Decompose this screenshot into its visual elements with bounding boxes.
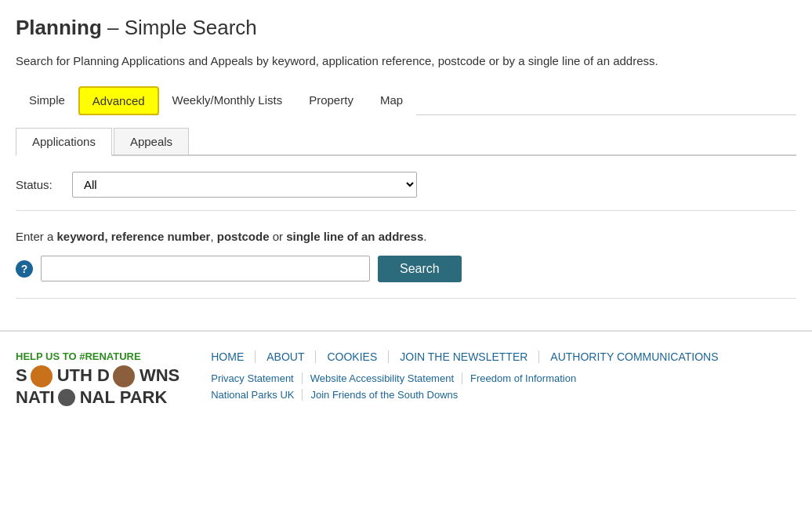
logo-wns: WNS <box>140 365 179 386</box>
search-instruction: Enter a keyword, reference number, postc… <box>16 223 796 243</box>
divider <box>16 210 796 211</box>
status-select[interactable]: All Pending Consideration Decided Withdr… <box>72 172 417 198</box>
subtitle: Search for Planning Applications and App… <box>16 53 796 71</box>
tab-simple[interactable]: Simple <box>16 86 78 115</box>
logo-uth-downs: UTH D <box>57 365 110 386</box>
footer: HELP US TO #RENATURE S UTH D WNS NATI NA… <box>0 330 812 427</box>
footer-foi[interactable]: Freedom of Information <box>462 372 584 384</box>
footer-nav: HOME ABOUT COOKIES JOIN THE NEWSLETTER A… <box>211 350 796 363</box>
tab-property[interactable]: Property <box>295 86 367 115</box>
tab-weekly[interactable]: Weekly/Monthly Lists <box>159 86 296 115</box>
tab-map[interactable]: Map <box>367 86 416 115</box>
page-wrapper: Planning – Simple Search Search for Plan… <box>0 0 812 427</box>
subtab-applications[interactable]: Applications <box>16 128 112 156</box>
footer-sub-row-1: Privacy Statement Website Accessibility … <box>211 372 796 384</box>
footer-nav-newsletter[interactable]: JOIN THE NEWSLETTER <box>389 350 539 363</box>
footer-nav-cookies[interactable]: COOKIES <box>316 350 389 363</box>
footer-sub-row-2: National Parks UK Join Friends of the So… <box>211 389 796 401</box>
logo-bird-icon <box>58 389 75 406</box>
footer-privacy[interactable]: Privacy Statement <box>211 372 303 384</box>
logo-line2: NATI NAL PARK <box>16 387 179 408</box>
footer-friends-south-downs[interactable]: Join Friends of the South Downs <box>303 389 466 401</box>
footer-sub-nav: Privacy Statement Website Accessibility … <box>211 372 796 401</box>
form-section: Status: All Pending Consideration Decide… <box>16 156 796 299</box>
logo-nal-park: NAL PARK <box>80 387 168 408</box>
page-title: Planning – Simple Search <box>16 16 796 40</box>
page-title-bold: Planning <box>16 16 102 39</box>
main-content: Planning – Simple Search Search for Plan… <box>0 0 812 330</box>
logo-name: S UTH D WNS NATI NAL PARK <box>16 365 179 408</box>
logo-help-text: HELP US TO #RENATURE <box>16 350 179 362</box>
logo-otter-icon <box>31 365 53 387</box>
logo-line1: S UTH D WNS <box>16 365 179 387</box>
logo-s: S <box>16 365 27 386</box>
nav-tabs: Simple Advanced Weekly/Monthly Lists Pro… <box>16 86 796 115</box>
footer-links: HOME ABOUT COOKIES JOIN THE NEWSLETTER A… <box>211 350 796 401</box>
tab-advanced[interactable]: Advanced <box>78 86 159 115</box>
logo-help-prefix: HELP US TO <box>16 350 79 362</box>
status-label: Status: <box>16 178 63 191</box>
footer-nav-home[interactable]: HOME <box>211 350 256 363</box>
sub-tabs: Applications Appeals <box>16 128 796 156</box>
search-row: ? Search <box>16 256 796 282</box>
search-button[interactable]: Search <box>378 256 462 282</box>
logo-renature: #RENATURE <box>79 350 141 362</box>
page-title-rest: – Simple Search <box>102 16 257 39</box>
help-icon[interactable]: ? <box>16 260 33 278</box>
footer-inner: HELP US TO #RENATURE S UTH D WNS NATI NA… <box>16 350 796 408</box>
footer-national-parks-uk[interactable]: National Parks UK <box>211 389 303 401</box>
status-row: Status: All Pending Consideration Decide… <box>16 172 796 198</box>
footer-accessibility[interactable]: Website Accessibility Statement <box>303 372 462 384</box>
subtab-appeals[interactable]: Appeals <box>114 128 189 154</box>
footer-nav-authority[interactable]: AUTHORITY COMMUNICATIONS <box>539 350 729 363</box>
logo-deer-icon <box>113 365 135 387</box>
footer-nav-about[interactable]: ABOUT <box>256 350 316 363</box>
footer-logo: HELP US TO #RENATURE S UTH D WNS NATI NA… <box>16 350 179 408</box>
logo-nati: NATI <box>16 387 55 408</box>
search-input[interactable] <box>41 256 370 281</box>
